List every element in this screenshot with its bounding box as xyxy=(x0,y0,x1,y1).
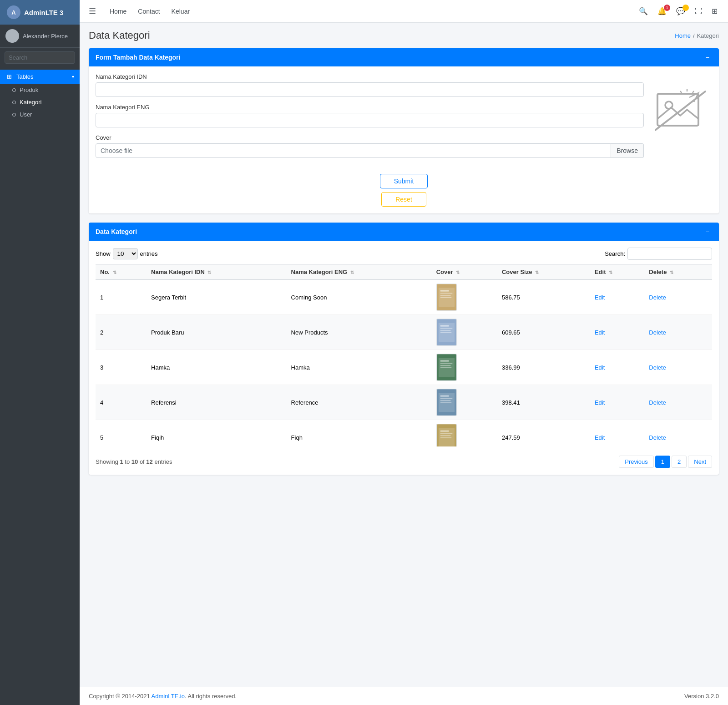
cell-cover xyxy=(432,420,497,447)
chevron-down-icon: ▾ xyxy=(72,74,74,79)
table-icon: ⊞ xyxy=(5,73,13,80)
sidebar-item-produk[interactable]: Produk xyxy=(7,84,80,96)
nama-idn-group: Nama Kategori IDN xyxy=(96,73,644,97)
cell-cover-size: 398.41 xyxy=(497,385,590,420)
cell-nama-idn: Segera Terbit xyxy=(147,279,286,315)
expand-button[interactable]: ⛶ xyxy=(691,5,706,18)
showing-total: 12 xyxy=(146,458,152,465)
sidebar-search-area: 🔍 xyxy=(0,48,80,67)
delete-link[interactable]: Delete xyxy=(649,294,666,301)
svg-rect-37 xyxy=(440,437,451,438)
sort-icon: ⇅ xyxy=(113,270,116,275)
nav-contact[interactable]: Contact xyxy=(133,5,164,17)
cell-cover-size: 247.59 xyxy=(497,420,590,447)
browse-button[interactable]: Browse xyxy=(611,143,644,158)
delete-link[interactable]: Delete xyxy=(649,364,666,371)
next-button[interactable]: Next xyxy=(688,456,712,468)
grid-button[interactable]: ⊞ xyxy=(708,5,721,18)
nav-keluar[interactable]: Keluar xyxy=(167,5,194,17)
cell-no: 3 xyxy=(96,350,147,385)
brand-icon: A xyxy=(7,5,20,19)
sort-icon: ⇅ xyxy=(535,270,539,275)
sidebar: A AdminLTE 3 Alexander Pierce 🔍 ⊞ Tables… xyxy=(0,0,80,705)
page-2-button[interactable]: 2 xyxy=(672,456,687,468)
svg-rect-25 xyxy=(440,367,451,368)
nama-eng-input[interactable] xyxy=(96,113,644,127)
col-cover-size: Cover Size ⇅ xyxy=(497,265,590,280)
svg-line-6 xyxy=(680,91,682,93)
submit-button[interactable]: Submit xyxy=(380,174,428,188)
nama-idn-input[interactable] xyxy=(96,82,644,97)
cell-delete: Delete xyxy=(644,315,712,350)
notification-badge: 1 xyxy=(664,5,670,11)
search-input[interactable] xyxy=(5,52,75,63)
cover-label: Cover xyxy=(96,134,644,141)
sidebar-sub-nav: Produk Kategori User xyxy=(0,84,80,121)
entries-select[interactable]: 10 25 50 100 xyxy=(113,248,138,259)
sidebar-item-tables[interactable]: ⊞ Tables ▾ xyxy=(0,70,80,84)
svg-rect-10 xyxy=(440,290,449,292)
page-1-button[interactable]: 1 xyxy=(655,456,670,468)
table-search-input[interactable] xyxy=(627,248,712,260)
form-row: Nama Kategori IDN Nama Kategori ENG Cove… xyxy=(96,73,712,165)
cell-nama-eng: Hamka xyxy=(287,350,432,385)
form-actions: Submit Reset xyxy=(96,174,712,207)
edit-link[interactable]: Edit xyxy=(595,294,605,301)
content-wrapper: Data Kategori Home / Kategori Form Tamba… xyxy=(80,23,728,687)
cell-cover xyxy=(432,385,497,420)
cell-edit: Edit xyxy=(590,385,644,420)
nama-idn-label: Nama Kategori IDN xyxy=(96,73,644,80)
cover-group: Cover Choose file Browse xyxy=(96,134,644,158)
circle-icon xyxy=(12,101,16,104)
svg-rect-18 xyxy=(440,330,450,331)
edit-link[interactable]: Edit xyxy=(595,329,605,336)
cell-cover-size: 609.65 xyxy=(497,315,590,350)
cell-nama-idn: Hamka xyxy=(147,350,286,385)
form-main: Nama Kategori IDN Nama Kategori ENG Cove… xyxy=(96,73,644,165)
edit-link[interactable]: Edit xyxy=(595,364,605,371)
footer-link[interactable]: AdminLTE.io xyxy=(152,693,185,700)
table-controls: Show 10 25 50 100 entries Search: xyxy=(96,248,712,260)
cell-nama-eng: Coming Soon xyxy=(287,279,432,315)
delete-link[interactable]: Delete xyxy=(649,399,666,406)
cell-delete: Delete xyxy=(644,420,712,447)
svg-point-1 xyxy=(8,38,17,43)
footer: Copyright © 2014-2021 AdminLTE.io. All r… xyxy=(80,687,728,705)
cell-nama-idn: Fiqih xyxy=(147,420,286,447)
cell-nama-idn: Produk Baru xyxy=(147,315,286,350)
form-collapse-button[interactable]: − xyxy=(703,53,712,62)
previous-button[interactable]: Previous xyxy=(619,456,654,468)
avatar xyxy=(5,29,19,43)
breadcrumb-home[interactable]: Home xyxy=(675,32,691,39)
messages-button[interactable]: 💬 xyxy=(672,5,689,18)
svg-rect-16 xyxy=(440,325,449,327)
menu-toggle-button[interactable]: ☰ xyxy=(86,4,98,19)
cover-preview-area xyxy=(653,73,712,165)
delete-link[interactable]: Delete xyxy=(649,434,666,441)
showing-to: 10 xyxy=(131,458,138,465)
delete-link[interactable]: Delete xyxy=(649,329,666,336)
sidebar-nav: ⊞ Tables ▾ Produk Kategori User xyxy=(0,67,80,123)
cell-nama-eng: Fiqh xyxy=(287,420,432,447)
sidebar-item-user[interactable]: User xyxy=(7,108,80,121)
main-content: ☰ Home Contact Keluar 🔍 🔔 1 💬 xyxy=(80,0,728,705)
sort-icon: ⇅ xyxy=(350,270,354,275)
cover-preview xyxy=(655,87,710,137)
user-name: Alexander Pierce xyxy=(23,33,68,40)
table-body: 1 Segera Terbit Coming Soon 586.75 Edit xyxy=(96,279,712,446)
breadcrumb-separator: / xyxy=(693,32,695,39)
edit-link[interactable]: Edit xyxy=(595,434,605,441)
sidebar-item-kategori[interactable]: Kategori xyxy=(7,96,80,108)
cell-cover-size: 336.99 xyxy=(497,350,590,385)
nav-home[interactable]: Home xyxy=(105,5,131,17)
reset-button[interactable]: Reset xyxy=(381,192,426,207)
table-row: 2 Produk Baru New Products 609.65 Edit xyxy=(96,315,712,350)
sort-icon: ⇅ xyxy=(456,270,460,275)
table-row: 1 Segera Terbit Coming Soon 586.75 Edit xyxy=(96,279,712,315)
cell-edit: Edit xyxy=(590,350,644,385)
table-collapse-button[interactable]: − xyxy=(703,227,712,236)
search-icon-button[interactable]: 🔍 xyxy=(635,5,652,18)
edit-link[interactable]: Edit xyxy=(595,399,605,406)
cell-cover-size: 586.75 xyxy=(497,279,590,315)
notifications-button[interactable]: 🔔 1 xyxy=(654,5,670,18)
